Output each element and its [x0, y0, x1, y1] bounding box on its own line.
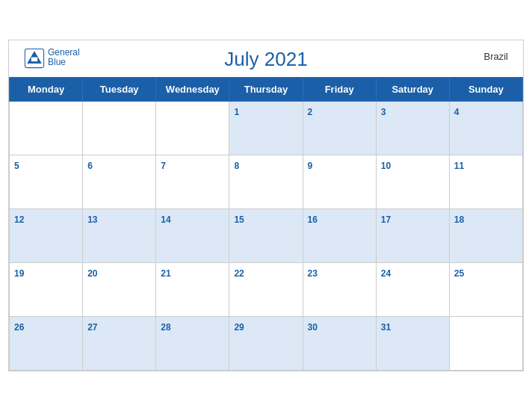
day-number: 2 [308, 107, 313, 117]
calendar-day-cell: 26 [10, 317, 83, 371]
day-number: 25 [454, 268, 464, 279]
day-number: 26 [14, 322, 24, 333]
calendar-day-cell: 22 [229, 263, 303, 317]
weekday-header-row: MondayTuesdayWednesdayThursdayFridaySatu… [10, 78, 523, 102]
day-number: 6 [87, 161, 93, 171]
calendar-day-cell: 11 [449, 155, 522, 209]
day-number: 27 [87, 322, 97, 333]
day-number: 29 [234, 322, 244, 333]
calendar-week-row: 12131415161718 [10, 209, 523, 263]
day-number: 12 [14, 214, 24, 225]
brand-line2: Blue [48, 58, 80, 67]
calendar-day-cell: 12 [10, 209, 83, 263]
day-number: 10 [381, 161, 391, 171]
day-number: 5 [14, 161, 19, 171]
brand-name: General Blue [48, 48, 80, 67]
day-number: 17 [381, 214, 391, 225]
day-number: 8 [234, 161, 239, 171]
calendar-day-cell: 10 [376, 155, 449, 209]
calendar-day-cell: 4 [449, 102, 522, 155]
day-number: 15 [234, 214, 244, 225]
calendar-day-cell: 5 [10, 155, 83, 209]
day-number: 31 [381, 322, 391, 333]
calendar-day-cell: 23 [303, 263, 376, 317]
calendar-day-cell [156, 102, 229, 155]
day-number: 28 [161, 322, 170, 333]
calendar-day-cell: 2 [303, 102, 376, 155]
brand-icon [24, 48, 45, 69]
calendar-day-cell: 7 [156, 155, 229, 209]
day-number: 20 [87, 268, 97, 279]
calendar-day-cell: 17 [376, 209, 449, 263]
calendar-container: General Blue July 2021 Brazil MondayTues… [8, 40, 524, 371]
calendar-day-cell: 28 [156, 317, 229, 371]
weekday-header-thursday: Thursday [229, 78, 303, 102]
calendar-day-cell: 16 [303, 209, 376, 263]
day-number: 7 [161, 161, 166, 171]
weekday-header-wednesday: Wednesday [156, 78, 229, 102]
calendar-day-cell: 15 [229, 209, 303, 263]
calendar-day-cell: 31 [376, 317, 449, 371]
calendar-day-cell: 29 [229, 317, 303, 371]
calendar-day-cell: 19 [10, 263, 83, 317]
calendar-day-cell [83, 102, 156, 155]
calendar-day-cell: 8 [229, 155, 303, 209]
day-number: 22 [234, 268, 244, 279]
calendar-day-cell [10, 102, 83, 155]
day-number: 18 [454, 214, 464, 225]
calendar-day-cell: 1 [229, 102, 303, 155]
calendar-week-row: 262728293031 [10, 317, 523, 371]
calendar-day-cell: 14 [156, 209, 229, 263]
day-number: 1 [234, 107, 239, 117]
calendar-week-row: 19202122232425 [10, 263, 523, 317]
calendar-day-cell: 9 [303, 155, 376, 209]
calendar-grid: MondayTuesdayWednesdayThursdayFridaySatu… [9, 77, 523, 371]
weekday-header-friday: Friday [303, 78, 376, 102]
weekday-header-saturday: Saturday [376, 78, 449, 102]
calendar-day-cell: 6 [83, 155, 156, 209]
calendar-week-row: 567891011 [10, 155, 523, 209]
day-number: 23 [308, 268, 318, 279]
calendar-day-cell: 18 [449, 209, 522, 263]
calendar-day-cell: 3 [376, 102, 449, 155]
calendar-day-cell: 25 [449, 263, 522, 317]
day-number: 4 [454, 107, 460, 117]
calendar-day-cell: 24 [376, 263, 449, 317]
calendar-day-cell: 30 [303, 317, 376, 371]
weekday-header-tuesday: Tuesday [83, 78, 156, 102]
day-number: 9 [308, 161, 313, 171]
calendar-day-cell: 13 [83, 209, 156, 263]
svg-rect-2 [31, 58, 37, 62]
calendar-week-row: 1234 [10, 102, 523, 155]
day-number: 19 [14, 268, 24, 279]
calendar-header: General Blue July 2021 Brazil [9, 40, 523, 77]
calendar-day-cell: 21 [156, 263, 229, 317]
day-number: 11 [454, 161, 464, 171]
brand-logo-area: General Blue [24, 48, 80, 69]
day-number: 30 [308, 322, 318, 333]
day-number: 21 [161, 268, 170, 279]
weekday-header-monday: Monday [10, 78, 83, 102]
calendar-title: July 2021 [224, 48, 307, 71]
country-label: Brazil [483, 51, 508, 62]
day-number: 16 [308, 214, 318, 225]
weekday-header-sunday: Sunday [449, 78, 522, 102]
calendar-day-cell: 27 [83, 317, 156, 371]
calendar-day-cell: 20 [83, 263, 156, 317]
day-number: 13 [87, 214, 97, 225]
day-number: 14 [161, 214, 170, 225]
day-number: 3 [381, 107, 386, 117]
day-number: 24 [381, 268, 391, 279]
calendar-day-cell [449, 317, 522, 371]
